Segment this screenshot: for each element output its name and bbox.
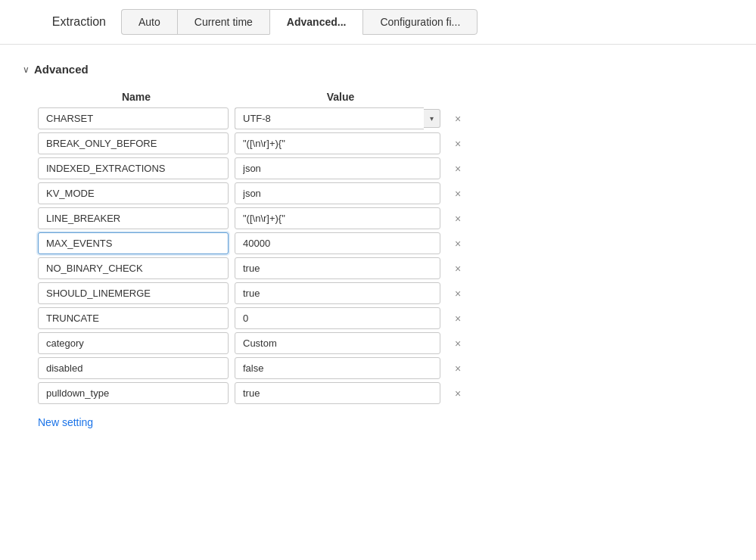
advanced-section-header[interactable]: ∨ Advanced [23, 63, 733, 76]
value-cell-kv-mode [235, 182, 446, 204]
value-input-pulldown-type[interactable] [235, 382, 440, 404]
section-title: Advanced [34, 63, 89, 76]
tab-auto[interactable]: Auto [121, 9, 177, 35]
table-row: × [38, 282, 733, 304]
table-row: ▾× [38, 107, 733, 129]
table-row: × [38, 257, 733, 279]
name-input-disabled[interactable] [38, 357, 229, 379]
name-input-should-linemerge[interactable] [38, 282, 229, 304]
name-cell-disabled [38, 357, 235, 379]
extraction-label: Extraction [15, 15, 106, 29]
delete-button-line-breaker[interactable]: × [446, 213, 469, 225]
delete-button-truncate[interactable]: × [446, 313, 469, 325]
table-row: × [38, 132, 733, 154]
delete-button-should-linemerge[interactable]: × [446, 288, 469, 300]
col-value-header: Value [235, 91, 446, 103]
name-cell-pulldown-type [38, 382, 235, 404]
delete-button-break-only-before[interactable]: × [446, 138, 469, 150]
table-rows: ▾×××××××××××× [38, 107, 733, 404]
value-cell-pulldown-type [235, 382, 446, 404]
tab-advanced[interactable]: Advanced... [269, 9, 363, 35]
chevron-icon: ∨ [23, 64, 30, 75]
name-cell-break-only-before [38, 132, 235, 154]
value-cell-category [235, 332, 446, 354]
name-cell-kv-mode [38, 182, 235, 204]
delete-button-charset[interactable]: × [446, 113, 469, 125]
table-row: × [38, 182, 733, 204]
name-cell-charset [38, 107, 235, 129]
name-input-break-only-before[interactable] [38, 132, 229, 154]
value-input-break-only-before[interactable] [235, 132, 440, 154]
table-header: Name Value [38, 91, 733, 103]
name-input-no-binary-check[interactable] [38, 257, 229, 279]
table-row: × [38, 307, 733, 329]
table-row: × [38, 357, 733, 379]
delete-button-category[interactable]: × [446, 338, 469, 350]
dropdown-button-charset[interactable]: ▾ [424, 109, 440, 128]
delete-button-kv-mode[interactable]: × [446, 188, 469, 200]
table-row: × [38, 232, 733, 254]
content-area: ∨ Advanced Name Value ▾×××××××××××× New … [0, 45, 756, 446]
value-cell-should-linemerge [235, 282, 446, 304]
name-input-indexed-extractions[interactable] [38, 157, 229, 179]
name-input-truncate[interactable] [38, 307, 229, 329]
value-cell-truncate [235, 307, 446, 329]
delete-button-no-binary-check[interactable]: × [446, 263, 469, 275]
name-cell-max-events [38, 232, 235, 254]
name-input-pulldown-type[interactable] [38, 382, 229, 404]
value-input-no-binary-check[interactable] [235, 257, 440, 279]
value-cell-max-events [235, 232, 446, 254]
name-cell-no-binary-check [38, 257, 235, 279]
name-cell-should-linemerge [38, 282, 235, 304]
delete-button-max-events[interactable]: × [446, 238, 469, 250]
name-cell-line-breaker [38, 207, 235, 229]
name-input-category[interactable] [38, 332, 229, 354]
delete-button-indexed-extractions[interactable]: × [446, 163, 469, 175]
table-row: × [38, 207, 733, 229]
value-input-truncate[interactable] [235, 307, 440, 329]
table-row: × [38, 157, 733, 179]
tab-current-time[interactable]: Current time [177, 9, 269, 35]
table-row: × [38, 382, 733, 404]
value-input-disabled[interactable] [235, 357, 440, 379]
value-input-should-linemerge[interactable] [235, 282, 440, 304]
value-cell-no-binary-check [235, 257, 446, 279]
value-cell-indexed-extractions [235, 157, 446, 179]
col-name-header: Name [38, 91, 235, 103]
delete-button-pulldown-type[interactable]: × [446, 387, 469, 400]
new-setting-link[interactable]: New setting [38, 416, 93, 428]
value-input-category[interactable] [235, 332, 440, 354]
name-input-line-breaker[interactable] [38, 207, 229, 229]
value-cell-break-only-before [235, 132, 446, 154]
value-cell-line-breaker [235, 207, 446, 229]
tab-config-fi[interactable]: Configuration fi... [362, 9, 478, 35]
value-cell-charset: ▾ [235, 107, 446, 129]
table-row: × [38, 332, 733, 354]
settings-table: Name Value ▾×××××××××××× New setting [38, 91, 733, 428]
name-cell-indexed-extractions [38, 157, 235, 179]
name-cell-truncate [38, 307, 235, 329]
name-input-charset[interactable] [38, 107, 229, 129]
name-input-max-events[interactable] [38, 232, 229, 254]
value-input-charset[interactable] [235, 107, 424, 129]
name-cell-category [38, 332, 235, 354]
top-bar: Extraction AutoCurrent timeAdvanced...Co… [0, 0, 756, 45]
delete-button-disabled[interactable]: × [446, 362, 469, 375]
name-input-kv-mode[interactable] [38, 182, 229, 204]
value-input-line-breaker[interactable] [235, 207, 440, 229]
value-input-kv-mode[interactable] [235, 182, 440, 204]
value-cell-disabled [235, 357, 446, 379]
value-input-max-events[interactable] [235, 232, 440, 254]
tab-bar: AutoCurrent timeAdvanced...Configuration… [121, 9, 478, 35]
value-input-indexed-extractions[interactable] [235, 157, 440, 179]
